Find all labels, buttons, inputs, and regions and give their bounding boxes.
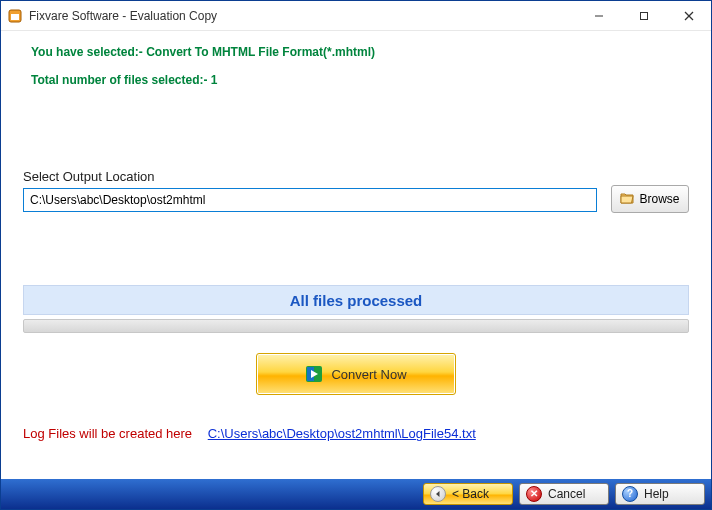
browse-button-label: Browse (639, 192, 679, 206)
svg-rect-3 (640, 12, 647, 19)
help-button-label: Help (644, 487, 669, 501)
cancel-button-label: Cancel (548, 487, 585, 501)
progress-section: All files processed (1, 285, 711, 333)
convert-now-button[interactable]: Convert Now (256, 353, 456, 395)
titlebar: Fixvare Software - Evaluation Copy (1, 1, 711, 31)
help-icon: ? (622, 486, 638, 502)
cancel-button[interactable]: ✕ Cancel (519, 483, 609, 505)
progress-bar (23, 319, 689, 333)
selected-format-text: You have selected:- Convert To MHTML Fil… (1, 41, 711, 63)
back-arrow-icon (430, 486, 446, 502)
folder-icon (620, 192, 634, 207)
log-label: Log Files will be created here (23, 426, 192, 441)
file-count-text: Total number of files selected:- 1 (1, 69, 711, 91)
browse-button[interactable]: Browse (611, 185, 689, 213)
window-title: Fixvare Software - Evaluation Copy (29, 9, 576, 23)
back-button-label: < Back (452, 487, 489, 501)
output-path-input[interactable] (23, 188, 597, 212)
maximize-button[interactable] (621, 1, 666, 30)
content-area: You have selected:- Convert To MHTML Fil… (1, 31, 711, 479)
log-path-link[interactable]: C:\Users\abc\Desktop\ost2mhtml\LogFile54… (208, 426, 476, 441)
window-controls (576, 1, 711, 30)
output-location-label: Select Output Location (23, 169, 689, 184)
close-button[interactable] (666, 1, 711, 30)
help-button[interactable]: ? Help (615, 483, 705, 505)
svg-marker-9 (436, 491, 440, 497)
back-button[interactable]: < Back (423, 483, 513, 505)
log-line: Log Files will be created here C:\Users\… (23, 426, 476, 441)
status-message: All files processed (23, 285, 689, 315)
convert-icon (305, 365, 323, 383)
output-section: Select Output Location Browse (1, 169, 711, 213)
app-icon (7, 8, 23, 24)
app-window: Fixvare Software - Evaluation Copy You h… (0, 0, 712, 510)
convert-button-label: Convert Now (331, 367, 406, 382)
footer-bar: < Back ✕ Cancel ? Help (1, 479, 711, 509)
cancel-icon: ✕ (526, 486, 542, 502)
svg-rect-1 (11, 14, 19, 20)
minimize-button[interactable] (576, 1, 621, 30)
